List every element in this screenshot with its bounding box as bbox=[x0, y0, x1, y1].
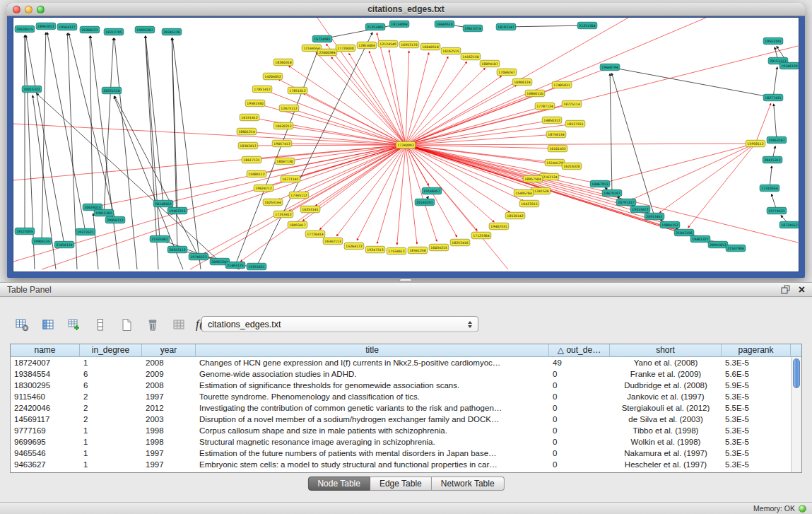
column-chooser-icon[interactable] bbox=[39, 315, 57, 334]
graph-edge[interactable] bbox=[406, 62, 467, 145]
graph-edge[interactable] bbox=[406, 144, 749, 145]
graph-node[interactable]: 18601214 bbox=[237, 128, 257, 135]
graph-edge[interactable] bbox=[268, 91, 406, 145]
delete-icon[interactable] bbox=[143, 315, 162, 334]
graph-edge[interactable] bbox=[170, 145, 406, 202]
graph-node[interactable]: 17851612 bbox=[288, 87, 307, 94]
graph-node[interactable]: 16162515 bbox=[441, 47, 461, 54]
graph-edge[interactable] bbox=[114, 38, 137, 269]
column-header-in_degree[interactable]: in_degree bbox=[80, 344, 142, 357]
column-header-name[interactable]: name bbox=[11, 344, 80, 357]
graph-edge[interactable] bbox=[291, 145, 406, 160]
graph-node[interactable]: 16216320 bbox=[562, 163, 582, 170]
graph-node[interactable]: 17485031 bbox=[552, 81, 572, 88]
graph-node[interactable]: 16253141 bbox=[300, 206, 320, 213]
graph-node[interactable]: 14204052 bbox=[263, 73, 283, 80]
graph-edge[interactable] bbox=[406, 145, 543, 175]
graph-node[interactable]: 16649510 bbox=[435, 21, 454, 28]
graph-node[interactable]: 20630515 bbox=[15, 25, 35, 33]
graph-node[interactable]: 20415312 bbox=[763, 156, 782, 163]
graph-edge[interactable] bbox=[303, 93, 406, 145]
graph-edge[interactable] bbox=[773, 67, 777, 98]
graph-node[interactable]: 19815301 bbox=[94, 209, 114, 216]
new-file-icon[interactable] bbox=[117, 315, 136, 334]
graph-node[interactable]: 18341256 bbox=[408, 247, 428, 254]
graph-node[interactable]: 20913451 bbox=[645, 213, 664, 220]
graph-node[interactable]: 21535061 bbox=[150, 235, 170, 243]
float-panel-icon[interactable] bbox=[781, 285, 790, 294]
graph-node[interactable]: 19346120 bbox=[779, 62, 799, 69]
graph-node[interactable]: 19746523 bbox=[189, 253, 208, 260]
graph-node[interactable]: 16846110 bbox=[525, 90, 545, 97]
graph-node[interactable]: 18277431 bbox=[763, 94, 783, 101]
graph-edge[interactable] bbox=[406, 51, 409, 145]
graph-edge[interactable] bbox=[659, 144, 755, 213]
tab-edge-table[interactable]: Edge Table bbox=[370, 477, 432, 491]
graph-edge[interactable] bbox=[406, 46, 798, 145]
graph-node[interactable]: 18724552 bbox=[779, 221, 799, 228]
graph-node[interactable]: 20360121 bbox=[80, 26, 100, 33]
graph-node[interactable]: 15144129 bbox=[545, 159, 565, 166]
graph-edge[interactable] bbox=[172, 38, 201, 269]
graph-edge[interactable] bbox=[406, 145, 798, 243]
graph-node[interactable]: 20856112 bbox=[105, 216, 125, 223]
table-source-dropdown[interactable]: citations_edges.txt bbox=[201, 316, 478, 332]
graph-node[interactable]: 20531510 bbox=[102, 87, 122, 94]
graph-node[interactable]: 18123055 bbox=[15, 228, 35, 235]
table-settings-icon[interactable] bbox=[13, 315, 31, 334]
graph-node[interactable]: 19255631 bbox=[247, 263, 266, 270]
edit-table-icon[interactable] bbox=[65, 315, 83, 334]
graph-node[interactable]: 17310554 bbox=[760, 185, 779, 192]
column-header-out_de[interactable]: △ out_de… bbox=[549, 344, 610, 357]
graph-edge[interactable] bbox=[406, 107, 539, 145]
graph-edge[interactable] bbox=[316, 52, 406, 145]
import-table-icon[interactable] bbox=[170, 315, 188, 334]
graph-node[interactable]: 15264172 bbox=[344, 243, 364, 250]
graph-edge[interactable] bbox=[326, 44, 406, 145]
graph-node[interactable]: 21043156 bbox=[674, 229, 694, 236]
graph-node[interactable]: 19905135 bbox=[32, 238, 52, 245]
graph-node[interactable]: 19804152 bbox=[660, 221, 680, 228]
graph-edge[interactable] bbox=[37, 93, 220, 262]
scrollbar-thumb[interactable] bbox=[793, 358, 800, 388]
graph-node[interactable]: 19564127 bbox=[57, 23, 77, 30]
column-header-year[interactable]: year bbox=[142, 344, 196, 357]
graph-node[interactable]: 12814004 bbox=[357, 42, 377, 49]
graph-node[interactable]: 15495784 bbox=[514, 189, 534, 197]
graph-node[interactable]: 16906124 bbox=[512, 78, 532, 86]
graph-edge[interactable] bbox=[278, 145, 406, 199]
graph-node[interactable]: 18467913 bbox=[590, 180, 610, 187]
graph-edge[interactable] bbox=[69, 33, 115, 220]
graph-node[interactable]: 16423515 bbox=[519, 200, 539, 207]
graph-edge[interactable] bbox=[406, 145, 664, 223]
graph-edge[interactable] bbox=[406, 57, 448, 145]
graph-node[interactable]: 18756134 bbox=[546, 131, 566, 138]
graph-node[interactable]: 16640510 bbox=[420, 43, 440, 50]
graph-edge[interactable] bbox=[93, 214, 98, 269]
graph-edge[interactable] bbox=[47, 33, 86, 232]
graph-node[interactable]: 19613274 bbox=[463, 25, 483, 32]
graph-edge[interactable] bbox=[13, 124, 406, 145]
graph-node[interactable]: 17125364 bbox=[471, 232, 491, 239]
column-header-pagerank[interactable]: pagerank bbox=[722, 344, 791, 357]
table-row[interactable]: 1872400712008Changes of HCN gene express… bbox=[11, 357, 791, 368]
graph-node[interactable]: 17345112 bbox=[289, 192, 309, 199]
graph-node[interactable]: 19461327 bbox=[690, 235, 710, 243]
graph-node[interactable]: 18630212 bbox=[273, 122, 293, 129]
graph-node[interactable]: 18943012 bbox=[36, 23, 56, 30]
graph-node[interactable]: 17787124 bbox=[535, 103, 555, 110]
graph-node[interactable]: 18253416 bbox=[450, 239, 470, 246]
graph-edge[interactable] bbox=[349, 54, 406, 145]
graph-node[interactable]: 14850312 bbox=[542, 117, 562, 124]
graph-node[interactable]: 20143251 bbox=[415, 199, 435, 206]
graph-edge[interactable] bbox=[288, 66, 406, 145]
graph-node[interactable]: 22600584 bbox=[317, 49, 337, 56]
graph-edge[interactable] bbox=[104, 38, 114, 213]
table-row[interactable]: 2242004622012Investigating the contribut… bbox=[11, 402, 791, 414]
graph-node[interactable]: 12124549 bbox=[378, 40, 398, 47]
graph-node[interactable]: 15724981 bbox=[312, 35, 332, 42]
graph-edge[interactable] bbox=[336, 145, 406, 236]
graph-node[interactable]: 17726414 bbox=[305, 230, 325, 238]
window-titlebar[interactable]: citations_edges.txt bbox=[7, 3, 805, 16]
graph-edge[interactable] bbox=[688, 144, 755, 228]
